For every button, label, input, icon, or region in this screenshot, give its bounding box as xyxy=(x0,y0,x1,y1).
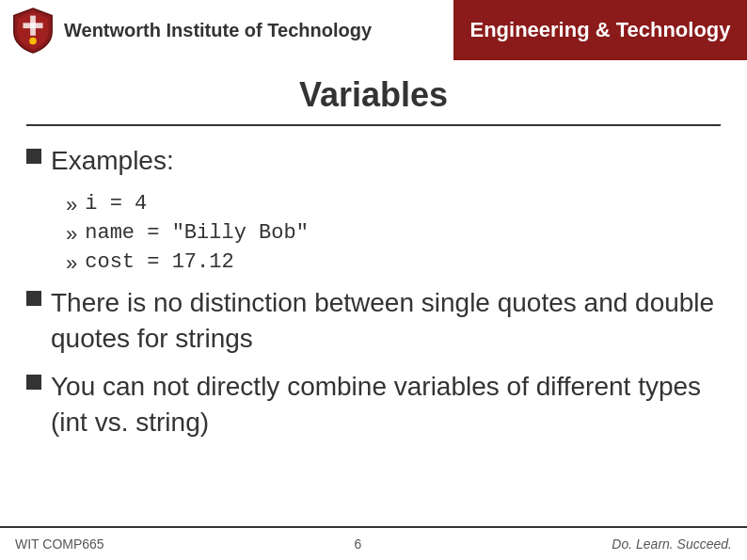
sub-bullet-2: » name = "Billy Bob" xyxy=(66,221,721,247)
bullet-no-combine: You can not directly combine variables o… xyxy=(26,369,721,440)
sub-bullets-examples: » i = 4 » name = "Billy Bob" » cost = 17… xyxy=(66,192,721,276)
arrow-icon-3: » xyxy=(66,251,77,276)
arrow-icon-1: » xyxy=(66,193,77,217)
header: Wentworth Institute of Technology Engine… xyxy=(0,0,747,60)
bullet-examples: Examples: xyxy=(26,143,721,179)
logo: Wentworth Institute of Technology xyxy=(11,7,372,54)
bullet-no-distinction: There is no distinction between single q… xyxy=(26,285,721,357)
title-divider xyxy=(26,124,721,126)
bullet-square-icon-3 xyxy=(26,375,41,390)
sub-bullet-2-text: name = "Billy Bob" xyxy=(85,221,309,245)
slide-title: Variables xyxy=(26,60,721,124)
header-left: Wentworth Institute of Technology xyxy=(0,0,453,60)
shield-icon xyxy=(11,7,55,54)
footer: WIT COMP665 6 Do. Learn. Succeed. xyxy=(0,526,747,560)
arrow-icon-2: » xyxy=(66,222,77,247)
sub-bullet-3-text: cost = 17.12 xyxy=(85,250,233,274)
svg-rect-1 xyxy=(23,23,42,28)
sub-bullet-3: » cost = 17.12 xyxy=(66,250,721,276)
header-right-text: Engineering & Technology xyxy=(469,18,730,42)
sub-bullet-1: » i = 4 xyxy=(66,192,721,217)
bullet-no-distinction-text: There is no distinction between single q… xyxy=(51,285,721,357)
bullet-square-icon-2 xyxy=(26,291,41,306)
svg-point-2 xyxy=(29,38,37,45)
header-title: Wentworth Institute of Technology xyxy=(64,19,372,41)
slide-content: Variables Examples: » i = 4 » name = "Bi… xyxy=(0,60,747,440)
bullet-square-icon xyxy=(26,149,41,164)
footer-center: 6 xyxy=(355,536,362,552)
sub-bullet-1-text: i = 4 xyxy=(85,192,147,216)
bullet-no-combine-text: You can not directly combine variables o… xyxy=(51,369,721,440)
header-right: Engineering & Technology xyxy=(453,0,747,60)
footer-left: WIT COMP665 xyxy=(15,536,104,552)
bullet-examples-text: Examples: xyxy=(51,143,174,179)
footer-right: Do. Learn. Succeed. xyxy=(612,536,732,552)
